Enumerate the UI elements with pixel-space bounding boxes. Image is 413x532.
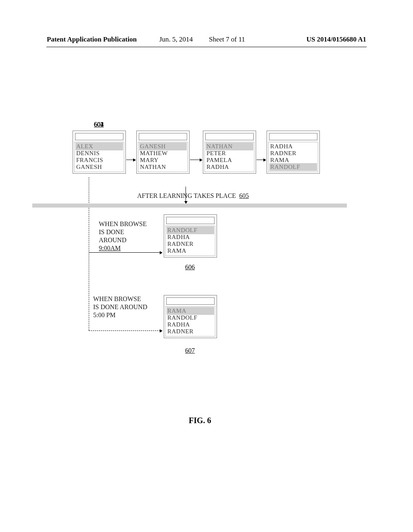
publication-date: Jun. 5, 2014	[159, 35, 193, 44]
list-box-604: RADHA RADNER RAMA RANDOLF	[267, 131, 320, 174]
ref-606: 606	[164, 264, 216, 271]
list-box-607: RAMA RANDOLF RADHA RADNER	[164, 295, 217, 338]
figure-caption: FIG. 6	[189, 416, 211, 425]
list-item: NATHAN	[140, 164, 186, 170]
list-box-606: RANDOLF RADHA RADNER RAMA	[164, 214, 217, 258]
list-item: RANDOLF	[167, 314, 214, 321]
sheet-number: Sheet 7 of 11	[209, 35, 245, 44]
list-item: GANESH	[139, 143, 187, 150]
list-item: RADHA	[206, 164, 253, 170]
list-item: RADHA	[167, 321, 214, 328]
list-item: RADHA	[167, 234, 214, 241]
list-item: PETER	[206, 150, 253, 157]
list-item: RAMA	[270, 157, 317, 164]
list-item: FRANCIS	[76, 157, 123, 164]
arrow-icon	[190, 160, 202, 160]
arrow-icon	[89, 252, 162, 253]
list-item: MARY	[140, 157, 186, 164]
list-item: RANDOLF	[167, 227, 214, 234]
list-item: RADNER	[167, 328, 214, 335]
list-item: RAMA	[167, 247, 214, 254]
ref-605: 605	[239, 192, 249, 199]
input-slot	[205, 133, 254, 140]
list-item: DENNIS	[76, 150, 123, 157]
connector-line	[89, 177, 89, 330]
ref-607: 607	[164, 347, 216, 354]
header-rule	[46, 47, 367, 47]
condition-1-label: WHEN BROWSE IS DONE AROUND 9:00AM	[99, 220, 147, 252]
condition-2-label: WHEN BROWSE IS DONE AROUND 5:00 PM	[93, 295, 147, 319]
input-slot	[139, 133, 187, 140]
list-item: RADNER	[270, 150, 317, 157]
arrow-down-icon	[186, 187, 186, 204]
input-slot	[166, 217, 215, 224]
arrow-icon	[89, 330, 162, 331]
publication-label: Patent Application Publication	[47, 35, 137, 44]
item-list: ALEX DENNIS FRANCIS GANESH	[74, 142, 124, 172]
list-box-603: NATHAN PETER PAMELA RADHA	[203, 131, 256, 174]
item-list: NATHAN PETER PAMELA RADHA	[204, 142, 254, 172]
item-list: RADHA RADNER RAMA RANDOLF	[268, 142, 318, 172]
input-slot	[269, 133, 317, 140]
list-item: MATHEW	[140, 150, 186, 157]
list-item: ALEX	[75, 143, 123, 150]
list-box-602: GANESH MATHEW MARY NATHAN	[136, 131, 190, 174]
item-list: GANESH MATHEW MARY NATHAN	[138, 142, 188, 172]
item-list: RANDOLF RADHA RADNER RAMA	[165, 226, 215, 256]
list-item: PAMELA	[206, 157, 253, 164]
publication-number: US 2014/0156680 A1	[307, 35, 366, 44]
item-list: RAMA RANDOLF RADHA RADNER	[165, 306, 215, 337]
ref-604: 604	[73, 121, 125, 128]
list-item: GANESH	[76, 164, 123, 170]
arrow-icon	[257, 160, 266, 160]
list-item: RAMA	[167, 307, 214, 315]
input-slot	[166, 297, 215, 305]
after-learning-label: AFTER LEARNING TAKES PLACE 605	[137, 192, 249, 200]
list-item: RADNER	[167, 241, 214, 247]
list-item: RADHA	[270, 143, 317, 150]
arrow-icon	[126, 160, 136, 160]
list-item: NATHAN	[206, 143, 253, 150]
list-item: RANDOLF	[269, 163, 317, 171]
list-box-601: ALEX DENNIS FRANCIS GANESH	[73, 131, 126, 174]
divider-band	[32, 204, 347, 208]
input-slot	[75, 133, 123, 140]
